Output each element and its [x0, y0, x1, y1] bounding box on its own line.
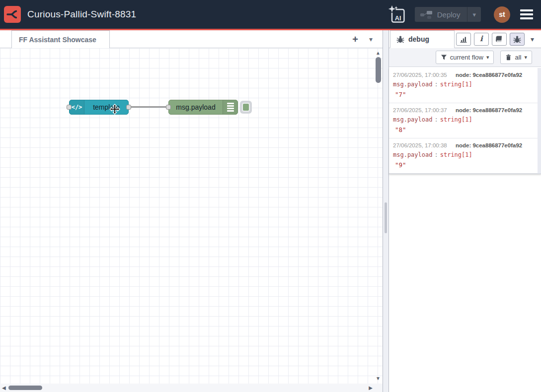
debug-message-property: msg.payload	[393, 81, 432, 88]
info-icon: i	[480, 35, 483, 43]
debug-message-type: string[1]	[440, 151, 472, 158]
debug-message[interactable]: 27/06/2025, 17:00:38 node: 9cea886877e0f…	[389, 138, 541, 174]
debug-toolbar: current flow ▾ all ▾	[389, 48, 541, 67]
debug-message-list: 27/06/2025, 17:00:35 node: 9cea886877e0f…	[389, 68, 541, 174]
trash-icon	[505, 54, 512, 61]
sidebar: debug i	[389, 30, 541, 392]
debug-filter-button[interactable]: current flow ▾	[436, 51, 494, 64]
book-icon	[495, 35, 503, 43]
debug-clear-button[interactable]: all ▾	[500, 51, 532, 64]
debug-message-value[interactable]: "8"	[393, 126, 533, 133]
wire-template-to-debug[interactable]	[130, 106, 169, 108]
debug-toggle-inner	[242, 103, 250, 112]
canvas-scroll-right-arrow[interactable]: ▶	[369, 385, 373, 391]
bug-icon	[396, 35, 404, 43]
sidebar-tab-info-button[interactable]: i	[474, 33, 489, 46]
deploy-button[interactable]: Deploy ▾	[415, 7, 481, 22]
debug-message-property: msg.payload	[393, 116, 432, 123]
debug-message-colon: :	[434, 81, 438, 88]
deploy-button-label: Deploy	[437, 10, 461, 19]
debug-node-console-icon	[223, 100, 237, 114]
deploy-button-main[interactable]: Deploy	[415, 7, 467, 22]
move-cursor-icon	[109, 104, 120, 115]
sidebar-tab-debug-label: debug	[408, 35, 429, 43]
instance-title: Curious-Pallid-Swift-8831	[27, 9, 136, 20]
hamburger-bar	[520, 9, 533, 11]
canvas-horizontal-scroll-track: ◀ ▶	[0, 384, 383, 392]
filter-funnel-icon	[441, 54, 447, 61]
sidebar-splitter[interactable]	[383, 30, 389, 392]
debug-message-property: msg.payload	[393, 151, 432, 158]
bug-icon	[513, 35, 521, 43]
sidebar-tabs-caret[interactable]: ▾	[528, 35, 538, 43]
canvas-scroll-left-arrow[interactable]: ◀	[2, 385, 6, 391]
debug-message-property-row[interactable]: msg.payload:string[1]	[393, 81, 533, 88]
debug-message-type: string[1]	[440, 116, 472, 123]
template-input-port[interactable]	[67, 105, 72, 110]
debug-message-timestamp: 27/06/2025, 17:00:35	[393, 72, 447, 78]
debug-message-meta: 27/06/2025, 17:00:35 node: 9cea886877e0f…	[393, 72, 533, 78]
debug-enable-toggle[interactable]	[240, 101, 252, 114]
debug-message-value[interactable]: "9"	[393, 161, 533, 169]
flow-tabbar: FF Assistant Showcase + ▾	[0, 30, 383, 48]
chevron-down-icon: ▾	[486, 54, 489, 61]
debug-list-scroll-gutter	[538, 68, 541, 174]
hamburger-bar	[520, 13, 533, 15]
add-flow-button[interactable]: +	[352, 34, 358, 44]
debug-message[interactable]: 27/06/2025, 17:00:35 node: 9cea886877e0f…	[389, 68, 541, 103]
canvas-scroll-up-arrow[interactable]: ▲	[376, 50, 381, 56]
deploy-nodes-icon	[420, 9, 433, 19]
template-node-label: template	[84, 103, 128, 111]
template-output-port[interactable]	[126, 105, 131, 110]
debug-message-source-node[interactable]: node: 9cea886877e0fa92	[456, 142, 522, 148]
debug-message[interactable]: 27/06/2025, 17:00:37 node: 9cea886877e0f…	[389, 103, 541, 138]
sidebar-tab-debug-button[interactable]	[510, 33, 525, 46]
user-avatar[interactable]: st	[494, 6, 510, 23]
tabbar-actions: + ▾	[352, 30, 383, 48]
canvas-vertical-scrollbar[interactable]	[376, 57, 381, 83]
debug-message-colon: :	[434, 151, 438, 158]
hamburger-bar	[520, 17, 533, 19]
deploy-options-caret[interactable]: ▾	[467, 7, 481, 22]
chevron-down-icon: ▾	[472, 11, 476, 18]
canvas-horizontal-scrollbar[interactable]	[8, 386, 42, 390]
debug-message-property-row[interactable]: msg.payload:string[1]	[393, 116, 533, 123]
debug-message-timestamp: 27/06/2025, 17:00:37	[393, 107, 447, 113]
workspace: FF Assistant Showcase + ▾ </> template m…	[0, 30, 383, 392]
template-node-icon: </>	[70, 100, 84, 114]
debug-message-timestamp: 27/06/2025, 17:00:38	[393, 142, 447, 148]
splitter-drag-handle[interactable]	[385, 202, 387, 233]
app-header: Curious-Pallid-Swift-8831 AI Deploy ▾	[0, 0, 541, 29]
canvas-scroll-down-arrow[interactable]: ▼	[376, 376, 381, 381]
debug-clear-label: all	[515, 54, 521, 61]
ai-assistant-button[interactable]: AI	[387, 4, 407, 25]
debug-message-property-row[interactable]: msg.payload:string[1]	[393, 151, 533, 158]
svg-text:AI: AI	[395, 14, 401, 22]
debug-input-port[interactable]	[166, 105, 171, 110]
chevron-down-icon: ▾	[524, 54, 527, 61]
main-area: FF Assistant Showcase + ▾ </> template m…	[0, 30, 541, 392]
sidebar-tab-dashboard-button[interactable]	[456, 33, 471, 46]
debug-message-source-node[interactable]: node: 9cea886877e0fa92	[456, 107, 522, 113]
sidebar-tab-debug[interactable]: debug	[390, 30, 455, 48]
flow-list-caret[interactable]: ▾	[369, 35, 373, 43]
main-menu-button[interactable]	[519, 7, 534, 21]
debug-node[interactable]: msg.payload	[168, 100, 238, 115]
debug-message-source-node[interactable]: node: 9cea886877e0fa92	[456, 72, 522, 78]
sidebar-tab-buttons: i ▾	[456, 30, 541, 48]
flow-canvas[interactable]: </> template msg.payload ▲	[0, 48, 383, 392]
flow-tab-active[interactable]: FF Assistant Showcase	[11, 30, 110, 48]
sidebar-tabbar: debug i	[389, 30, 541, 48]
flow-tab-label: FF Assistant Showcase	[19, 36, 96, 44]
sidebar-tab-help-button[interactable]	[492, 33, 507, 46]
debug-message-value[interactable]: "7"	[393, 91, 533, 98]
debug-message-colon: :	[434, 116, 438, 123]
debug-message-meta: 27/06/2025, 17:00:37 node: 9cea886877e0f…	[393, 107, 533, 113]
debug-filter-label: current flow	[450, 54, 483, 61]
flowfuse-logo-icon	[4, 6, 21, 23]
debug-message-meta: 27/06/2025, 17:00:38 node: 9cea886877e0f…	[393, 142, 533, 148]
debug-message-type: string[1]	[440, 81, 472, 88]
debug-node-label: msg.payload	[169, 103, 223, 111]
bar-chart-icon	[460, 35, 467, 43]
